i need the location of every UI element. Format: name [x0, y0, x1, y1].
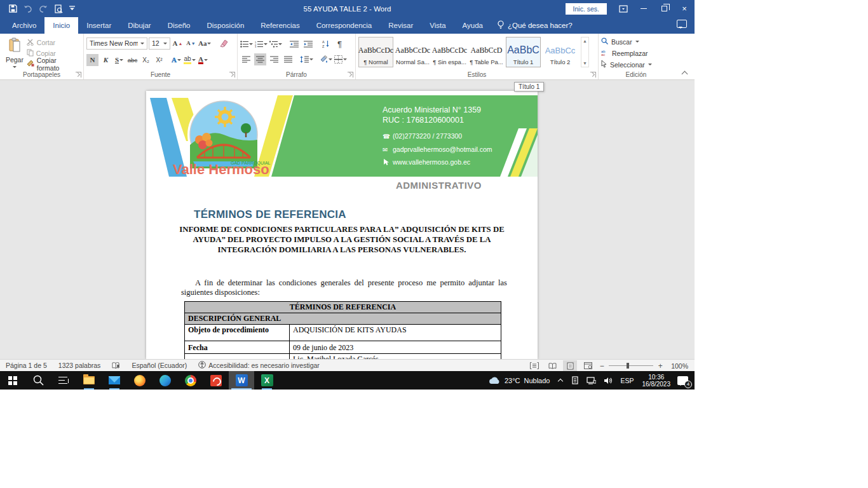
focus-mode-button[interactable] — [527, 360, 541, 371]
print-preview-icon[interactable] — [54, 4, 63, 13]
start-button[interactable] — [0, 371, 25, 390]
network-icon[interactable] — [583, 377, 600, 384]
volume-icon[interactable] — [600, 377, 616, 384]
language-indicator[interactable]: Español (Ecuador) — [126, 360, 193, 372]
format-painter-button[interactable]: Copiar formato — [27, 60, 81, 69]
read-mode-button[interactable] — [545, 360, 559, 371]
paragraph-dialog-launcher[interactable] — [348, 72, 353, 78]
tab-diseno[interactable]: Diseño — [159, 17, 199, 34]
department-label[interactable]: ADMINISTRATIVO — [396, 180, 482, 191]
document-paragraph[interactable]: A fin de determinar las condiciones gene… — [181, 278, 507, 297]
tab-correspondencia[interactable]: Correspondencia — [308, 17, 381, 34]
underline-button[interactable]: S — [113, 54, 125, 66]
mail-button[interactable] — [102, 371, 127, 390]
shrink-font-button[interactable]: A▼ — [185, 37, 197, 50]
weather-widget[interactable]: 23°C Nublado — [483, 376, 555, 384]
table-row[interactable]: Responsable de la Lic. Maribel Lozada Ga… — [185, 354, 501, 360]
justify-button[interactable] — [282, 53, 294, 65]
web-layout-button[interactable] — [581, 360, 595, 371]
table-section-cell[interactable]: DESCRIPCIÓN GENERAL — [185, 313, 501, 325]
superscript-button[interactable]: X² — [153, 54, 165, 66]
italic-button[interactable]: K — [100, 54, 112, 66]
text-effects-button[interactable]: A — [170, 54, 182, 66]
zoom-in-button[interactable]: + — [657, 362, 663, 370]
style-titulo-2[interactable]: AaBbCcTítulo 2 — [543, 37, 578, 67]
align-right-button[interactable] — [268, 53, 280, 65]
accessibility-status[interactable]: Accesibilidad: es necesario investigar — [193, 360, 325, 372]
styles-scroll-down-icon[interactable]: ▼ — [583, 61, 587, 65]
chrome-button[interactable] — [178, 371, 203, 390]
bold-button[interactable]: N — [86, 54, 98, 66]
minimize-button[interactable] — [634, 0, 654, 17]
excel-taskbar-button[interactable]: X — [254, 371, 280, 390]
document-subtitle[interactable]: INFORME DE CONDICIONES PARTICULARES PARA… — [165, 224, 519, 255]
document-page[interactable]: GAD PARROQUIAL Valle Hermoso Acuerdo Min… — [146, 91, 538, 359]
tab-revisar[interactable]: Revisar — [380, 17, 421, 34]
find-button[interactable]: Buscar — [601, 37, 671, 46]
word-count[interactable]: 1323 palabras — [53, 360, 107, 372]
align-left-button[interactable] — [240, 53, 252, 65]
sign-in-button[interactable]: Inic. ses. — [566, 3, 607, 15]
style-titulo-1[interactable]: AaBbCTítulo 1 — [506, 37, 541, 67]
table-row[interactable]: DESCRIPCIÓN GENERAL — [185, 313, 501, 325]
font-size-combo[interactable]: 12 — [149, 37, 170, 50]
styles-scroll-up-icon[interactable]: ▲ — [583, 39, 587, 43]
edge-button[interactable] — [153, 371, 178, 390]
tab-dibujar[interactable]: Dibujar — [119, 17, 159, 34]
redo-icon[interactable] — [39, 5, 48, 13]
page-indicator[interactable]: Página 1 de 5 — [0, 360, 53, 372]
file-explorer-button[interactable] — [76, 371, 102, 390]
close-button[interactable]: × — [674, 0, 695, 17]
style-normal-sa[interactable]: AaBbCcDcNormal Sa... — [395, 37, 430, 67]
table-label-cell[interactable]: Responsable de la — [185, 354, 290, 360]
language-tray-indicator[interactable]: ESP — [616, 377, 637, 384]
style-sin-espaciado[interactable]: AaBbCcDc¶ Sin espa... — [432, 37, 467, 67]
table-row[interactable]: Fecha 09 de junio de 2023 — [185, 341, 501, 354]
tab-archivo[interactable]: Archivo — [4, 17, 44, 34]
strikethrough-button[interactable]: abc — [126, 54, 139, 66]
save-icon[interactable] — [9, 4, 17, 13]
table-row[interactable]: TÉRMINOS DE REFERENCIA — [185, 302, 501, 313]
sort-button[interactable]: AZ — [320, 38, 332, 50]
shading-button[interactable] — [319, 53, 332, 65]
customize-qat-icon[interactable] — [69, 5, 75, 12]
tab-vista[interactable]: Vista — [421, 17, 454, 34]
tab-disposicion[interactable]: Disposición — [198, 17, 252, 34]
collapse-ribbon-button[interactable] — [681, 69, 689, 77]
acrobat-button[interactable] — [203, 371, 229, 390]
notification-center-button[interactable]: 4 — [677, 376, 688, 385]
numbering-button[interactable]: 123 — [255, 38, 268, 50]
multilevel-list-button[interactable] — [269, 38, 282, 50]
replace-button[interactable]: abac Reemplazar — [601, 48, 671, 58]
proofing-status[interactable] — [106, 360, 126, 372]
table-label-cell[interactable]: Fecha — [185, 341, 290, 354]
restore-button[interactable] — [654, 0, 674, 17]
font-name-combo[interactable]: Times New Roma — [86, 37, 147, 50]
table-value-cell[interactable]: ADQUISICIÓN DE KITS AYUDAS — [290, 325, 501, 341]
zoom-level[interactable]: 100% — [667, 360, 692, 372]
table-value-cell[interactable]: 09 de junio de 2023 — [290, 341, 501, 354]
clock[interactable]: 10:36 16/8/2023 — [638, 374, 675, 388]
font-color-button[interactable]: A — [197, 54, 209, 66]
style-table-paragraph[interactable]: AaBbCcD¶ Table Pa... — [469, 37, 504, 67]
decrease-indent-button[interactable] — [288, 38, 300, 50]
show-marks-button[interactable]: ¶ — [334, 38, 346, 50]
task-view-button[interactable] — [51, 371, 76, 390]
grow-font-button[interactable]: A▲ — [172, 37, 184, 50]
tab-ayuda[interactable]: Ayuda — [454, 17, 491, 34]
tab-referencias[interactable]: Referencias — [252, 17, 308, 34]
zoom-slider[interactable] — [609, 365, 653, 366]
clipboard-dialog-launcher[interactable] — [76, 72, 81, 78]
taskbar-search-button[interactable] — [25, 371, 51, 390]
clear-formatting-button[interactable] — [217, 37, 229, 50]
styles-dialog-launcher[interactable] — [590, 72, 596, 78]
font-dialog-launcher[interactable] — [229, 72, 235, 78]
tray-expand-button[interactable] — [555, 378, 567, 383]
comments-icon[interactable] — [677, 20, 687, 28]
undo-icon[interactable] — [24, 5, 32, 13]
style-normal[interactable]: AaBbCcDc¶ Normal — [358, 37, 393, 67]
subscript-button[interactable]: X₂ — [140, 54, 152, 66]
highlight-button[interactable]: ab — [184, 54, 196, 66]
document-heading[interactable]: TÉRMINOS DE REFERENCIA — [194, 208, 346, 221]
firefox-button[interactable] — [127, 371, 153, 390]
